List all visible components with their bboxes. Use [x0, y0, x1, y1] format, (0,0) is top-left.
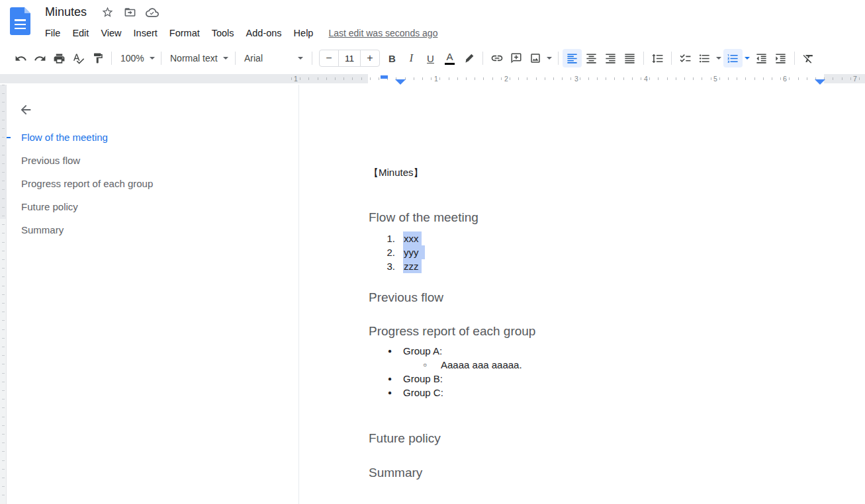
- list-number: 3.: [377, 259, 395, 273]
- last-edit-link[interactable]: Last edit was seconds ago: [328, 28, 437, 38]
- toolbar-separator: [111, 52, 112, 65]
- menu-tools[interactable]: Tools: [206, 26, 240, 40]
- list-number: 2.: [377, 245, 395, 259]
- title-row: Minutes: [45, 5, 163, 19]
- toolbar-separator: [235, 52, 236, 65]
- italic-button[interactable]: I: [402, 49, 421, 67]
- bulleted-list-dropdown[interactable]: [714, 49, 723, 67]
- text-color-button[interactable]: A: [440, 49, 459, 67]
- increase-font-size-button[interactable]: +: [361, 50, 379, 66]
- menu-help[interactable]: Help: [288, 26, 320, 40]
- bullet-disc-icon: ●: [388, 372, 394, 386]
- print-button[interactable]: [50, 49, 69, 67]
- document-content: 【Minutes】 Flow of the meeting 1. xxx 2. …: [299, 85, 865, 481]
- insert-link-button[interactable]: [487, 49, 506, 67]
- decrease-indent-button[interactable]: [752, 49, 771, 67]
- ruler-number: 7: [853, 75, 857, 83]
- menu-addons[interactable]: Add-ons: [240, 26, 288, 40]
- ruler-number: 5: [713, 75, 717, 83]
- doc-heading-progress-report[interactable]: Progress report of each group: [369, 323, 865, 339]
- doc-intro-line[interactable]: 【Minutes】: [369, 165, 865, 179]
- bullet-text: Aaaaa aaa aaaaa.: [441, 358, 522, 372]
- spellcheck-icon: [72, 52, 85, 65]
- insert-image-button[interactable]: [525, 49, 545, 67]
- doc-heading-future-policy[interactable]: Future policy: [369, 431, 865, 446]
- document-page[interactable]: 【Minutes】 Flow of the meeting 1. xxx 2. …: [298, 85, 865, 504]
- undo-button[interactable]: [11, 49, 30, 67]
- numbered-list-item[interactable]: 3. zzz: [377, 259, 865, 273]
- menu-bar: File Edit View Insert Format Tools Add-o…: [39, 26, 437, 40]
- outline-item-flow-of-the-meeting[interactable]: Flow of the meeting: [7, 126, 298, 149]
- paint-format-button[interactable]: [88, 49, 107, 67]
- clear-formatting-button[interactable]: [799, 49, 818, 67]
- bold-button[interactable]: B: [383, 49, 402, 67]
- star-button[interactable]: [101, 6, 114, 19]
- checklist-icon: [679, 52, 692, 65]
- outline-panel: Flow of the meeting Previous flow Progre…: [7, 85, 298, 504]
- font-family-select[interactable]: Arial: [240, 49, 308, 67]
- increase-indent-button[interactable]: [771, 49, 790, 67]
- bulleted-list-button[interactable]: [695, 49, 714, 67]
- comment-plus-icon: [510, 52, 522, 64]
- align-right-button[interactable]: [601, 49, 620, 67]
- spellcheck-button[interactable]: [69, 49, 88, 67]
- bullet-list-item[interactable]: ● Group A:: [388, 344, 865, 358]
- move-to-folder-button[interactable]: [123, 6, 136, 19]
- toolbar-separator: [161, 52, 161, 65]
- left-indent-marker[interactable]: [395, 79, 406, 85]
- menu-file[interactable]: File: [39, 26, 66, 40]
- justify-button[interactable]: [620, 49, 639, 67]
- close-outline-button[interactable]: [18, 102, 34, 118]
- decrease-indent-icon: [755, 52, 768, 65]
- align-left-button[interactable]: [563, 49, 582, 67]
- bullet-list-item[interactable]: ● Group C:: [388, 386, 865, 399]
- right-indent-marker[interactable]: [815, 79, 825, 85]
- bulleted-list-icon: [698, 52, 711, 65]
- menu-edit[interactable]: Edit: [66, 26, 95, 40]
- numbered-list-item[interactable]: 2. yyy: [377, 245, 865, 259]
- align-right-icon: [604, 52, 617, 65]
- highlight-color-button[interactable]: [459, 49, 478, 67]
- numbered-list-dropdown[interactable]: [743, 49, 752, 67]
- menu-view[interactable]: View: [95, 26, 127, 40]
- outline-item-future-policy[interactable]: Future policy: [7, 195, 298, 218]
- numbered-list-item[interactable]: 1. xxx: [377, 231, 865, 245]
- first-line-indent-marker[interactable]: [381, 75, 388, 79]
- document-status-button[interactable]: [146, 6, 159, 19]
- align-center-button[interactable]: [582, 49, 601, 67]
- clear-formatting-icon: [802, 52, 815, 65]
- outline-item-summary[interactable]: Summary: [7, 218, 298, 241]
- chevron-down-icon: [716, 57, 721, 60]
- doc-heading-previous-flow[interactable]: Previous flow: [369, 290, 865, 306]
- insert-image-dropdown[interactable]: [545, 49, 554, 67]
- line-spacing-icon: [651, 52, 664, 65]
- menu-insert[interactable]: Insert: [128, 26, 163, 40]
- redo-button[interactable]: [30, 49, 50, 67]
- menu-format[interactable]: Format: [163, 26, 206, 40]
- numbered-list-button[interactable]: [723, 49, 743, 67]
- horizontal-ruler[interactable]: 1 1 2 3 4 5 6 7: [0, 73, 865, 85]
- bullet-text: Group A:: [403, 344, 442, 358]
- font-size-input[interactable]: 11: [338, 50, 361, 66]
- bullet-list-item[interactable]: ● Group B:: [388, 372, 865, 386]
- chevron-down-icon: [745, 57, 750, 60]
- list-number: 1.: [377, 231, 395, 245]
- doc-heading-flow[interactable]: Flow of the meeting: [369, 210, 865, 226]
- add-comment-button[interactable]: [506, 49, 525, 67]
- outline-item-label: Flow of the meeting: [21, 132, 108, 143]
- paragraph-style-select[interactable]: Normal text: [165, 49, 231, 67]
- docs-logo-icon[interactable]: [10, 7, 30, 35]
- bullet-list-subitem[interactable]: ○ Aaaaa aaa aaaaa.: [423, 358, 865, 372]
- ruler-number: 4: [644, 75, 648, 83]
- active-outline-dash-icon: [7, 137, 11, 138]
- outline-item-previous-flow[interactable]: Previous flow: [7, 149, 298, 172]
- underline-button[interactable]: U: [421, 49, 440, 67]
- line-spacing-button[interactable]: [648, 49, 667, 67]
- decrease-font-size-button[interactable]: −: [320, 50, 338, 66]
- outline-item-progress-report[interactable]: Progress report of each group: [7, 172, 298, 195]
- doc-heading-summary[interactable]: Summary: [369, 465, 865, 481]
- document-title[interactable]: Minutes: [45, 5, 87, 19]
- ruler-number: 1: [294, 75, 298, 83]
- zoom-select[interactable]: 100%: [116, 49, 157, 67]
- checklist-button[interactable]: [676, 49, 695, 67]
